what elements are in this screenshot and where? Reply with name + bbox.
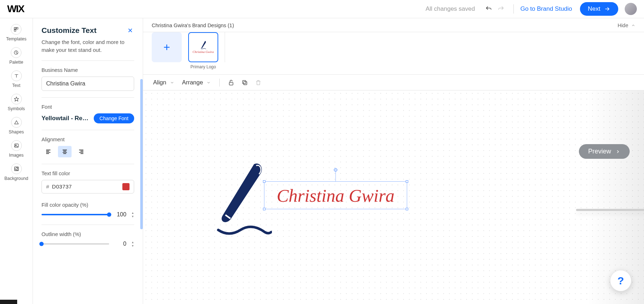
design-thumbnails: + Christina Gwira Primary Logo [143,32,644,75]
font-name: Yellowtail - Reg… [42,115,90,122]
fill-color-swatch[interactable] [122,183,130,190]
top-bar: WIX All changes saved Go to Brand Studio… [0,0,644,18]
duplicate-button[interactable] [239,77,250,88]
resize-handle-br[interactable] [406,208,408,210]
help-button[interactable]: ? [610,270,631,291]
change-font-button[interactable]: Change Font [94,113,134,123]
unlock-icon [228,79,234,86]
rail-label: Templates [6,36,26,41]
pen-mini-icon [200,41,207,49]
star-icon [14,97,19,102]
chevron-down-icon [170,80,174,85]
workspace: Templates Palette Text Symbols Shapes Im… [0,18,644,304]
rail-background[interactable]: Background [4,163,28,181]
close-panel-button[interactable] [126,26,134,34]
primary-logo-thumb[interactable]: Christina Gwira Primary Logo [188,32,218,69]
lock-button[interactable] [225,77,237,88]
chevron-up-icon [631,23,635,28]
alignment-label: Alignment [42,137,134,142]
customize-panel: Customize Text Change the font, color an… [33,18,143,304]
text-element-selected[interactable]: Christina Gwira [264,181,407,209]
font-label: Font [42,104,134,110]
fill-color-input[interactable]: # D03737 [42,180,134,193]
rail-palette[interactable]: Palette [9,47,23,65]
brand-studio-link[interactable]: Go to Brand Studio [520,5,572,13]
plus-icon: + [164,41,170,54]
palette-icon [14,50,19,55]
close-icon [127,28,133,33]
rail-label: Shapes [9,129,24,134]
shapes-icon [14,120,19,125]
undo-button[interactable] [483,3,495,15]
next-label: Next [588,5,600,13]
business-name-label: Business Name [42,67,134,73]
preview-button[interactable]: Preview [579,144,630,159]
trash-icon [255,79,262,86]
preview-label: Preview [588,148,611,155]
undo-icon [485,5,492,13]
design-canvas[interactable]: Preview Christina Gwira [143,90,644,304]
align-right-button[interactable] [74,146,88,157]
outline-stepper[interactable]: ▲▼ [131,241,134,247]
canvas-area: Christina Gwira's Brand Designs (1) Hide… [143,18,644,304]
rail-label: Symbols [8,106,25,111]
thumb-caption: Primary Logo [190,64,216,69]
svg-rect-0 [14,28,16,29]
align-dd-label: Align [153,79,166,86]
align-dropdown[interactable]: Align [150,77,177,88]
svg-rect-8 [229,82,233,85]
resize-handle-tl[interactable] [263,180,265,183]
images-icon [14,143,19,148]
pen-icon [215,162,272,237]
resize-handle-tr[interactable] [406,180,408,183]
divider [513,4,514,14]
redo-button[interactable] [495,3,507,15]
font-section: Font Yellowtail - Reg… Change Font [33,98,143,130]
align-left-button[interactable] [42,146,55,157]
rail-label: Text [12,83,20,88]
wix-logo: WIX [7,3,24,15]
rotate-line [336,172,336,182]
save-status: All changes saved [425,5,475,13]
thumb-divider [225,32,225,62]
logo-element[interactable] [215,162,272,237]
opacity-value: 100 [114,211,126,218]
svg-marker-4 [14,97,19,101]
outline-slider[interactable] [42,243,109,245]
delete-button[interactable] [253,77,264,88]
chevron-down-icon [206,80,211,85]
rail-label: Images [9,153,24,158]
hash-symbol: # [46,183,49,190]
rail-label: Palette [9,60,23,65]
fill-color-value: D03737 [52,183,122,190]
text-icon [14,73,19,78]
canvas-toolbar: Align Arrange [143,75,644,90]
chevron-right-icon [615,149,620,154]
user-avatar[interactable] [625,3,637,15]
arrow-right-icon [604,6,610,12]
opacity-label: Fill color opacity (%) [42,202,134,208]
rail-label: Background [4,176,28,181]
align-center-button[interactable] [58,146,72,157]
rail-shapes[interactable]: Shapes [9,117,24,134]
rotate-handle[interactable] [334,168,337,172]
align-right-icon [78,149,84,155]
rail-symbols[interactable]: Symbols [8,94,25,111]
rail-text[interactable]: Text [11,70,22,88]
align-center-icon [62,149,68,155]
hide-toggle[interactable]: Hide [618,23,635,28]
arrange-dropdown[interactable]: Arrange [179,77,214,88]
opacity-stepper[interactable]: ▲▼ [131,211,134,218]
opacity-slider[interactable] [42,214,109,215]
business-name-input[interactable] [42,77,134,91]
alignment-section: Alignment [33,130,143,164]
copy-icon [241,79,248,86]
rail-images[interactable]: Images [9,140,24,158]
outline-section: Outline width (%) 0 ▲▼ [33,225,143,254]
arrange-dd-label: Arrange [182,79,203,86]
next-button[interactable]: Next [580,2,618,16]
add-design-thumb[interactable]: + [152,32,182,62]
svg-rect-10 [243,80,246,84]
resize-handle-bl[interactable] [263,208,265,210]
rail-templates[interactable]: Templates [6,24,26,41]
